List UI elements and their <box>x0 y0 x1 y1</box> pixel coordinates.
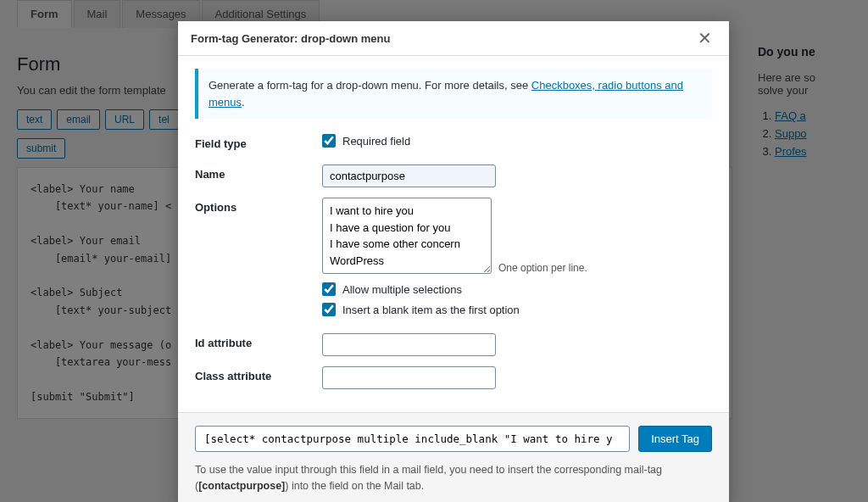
blank-checkbox[interactable] <box>322 303 336 316</box>
insert-tag-button[interactable]: Insert Tag <box>638 426 712 452</box>
close-icon[interactable]: ✕ <box>693 28 716 48</box>
options-hint: One option per line. <box>498 262 587 274</box>
class-input[interactable] <box>322 366 496 389</box>
blank-checkbox-row[interactable]: Insert a blank item as the first option <box>322 303 712 316</box>
name-input[interactable] <box>322 165 496 187</box>
tag-output[interactable] <box>195 426 630 452</box>
multiple-label: Allow multiple selections <box>342 283 462 296</box>
info-text: Generate a form-tag for a drop-down menu… <box>209 79 531 92</box>
label-options: Options <box>195 198 322 214</box>
footer-note: To use the value input through this fiel… <box>195 462 712 494</box>
required-label: Required field <box>342 135 410 148</box>
id-input[interactable] <box>322 333 496 356</box>
label-class: Class attribute <box>195 366 322 382</box>
form-tag-generator-modal: Form-tag Generator: drop-down menu ✕ Gen… <box>178 21 729 502</box>
blank-label: Insert a blank item as the first option <box>342 304 520 316</box>
multiple-checkbox-row[interactable]: Allow multiple selections <box>322 282 712 296</box>
required-checkbox[interactable] <box>322 134 336 148</box>
label-field-type: Field type <box>195 134 322 150</box>
options-textarea[interactable]: I want to hire you I have a question for… <box>322 198 492 274</box>
modal-title: Form-tag Generator: drop-down menu <box>191 32 390 45</box>
info-box: Generate a form-tag for a drop-down menu… <box>195 69 712 119</box>
label-name: Name <box>195 165 322 181</box>
multiple-checkbox[interactable] <box>322 282 336 296</box>
label-id: Id attribute <box>195 333 322 349</box>
required-checkbox-row[interactable]: Required field <box>322 134 712 148</box>
